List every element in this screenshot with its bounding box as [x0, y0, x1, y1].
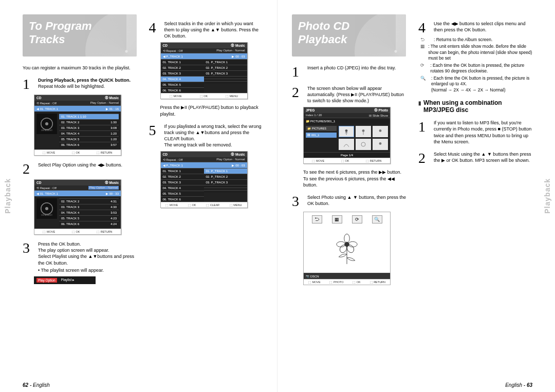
manual-spread: Playback To Program Tracks You can regis… [0, 0, 555, 392]
page-62: Playback To Program Tracks You can regis… [0, 0, 278, 392]
left-col-1: To Program Tracks You can register a max… [23, 14, 137, 377]
screenshot-cd-playoption: CD⦿ Music ⟲ Repeat : OffPlay Option : No… [34, 179, 121, 235]
r-step-3: 3 Select Photo using ▲ ▼ buttons, then p… [292, 194, 406, 209]
svg-text:DIGITAL AUDIO: DIGITAL AUDIO [41, 214, 52, 216]
right-col-1: Photo CD Playback 1 Insert a photo CD (J… [292, 14, 406, 377]
legend-return: ⮌: Returns to the Album screen. [420, 37, 532, 43]
svg-point-10 [379, 142, 382, 145]
section-title-program: To Program Tracks [23, 14, 137, 57]
intro-text: You can register a maximum 30 tracks in … [23, 65, 137, 71]
section-title-photo: Photo CD Playback [292, 14, 406, 57]
compact-disc-icon: DIGITAL AUDIO [36, 198, 57, 219]
svg-point-8 [379, 129, 382, 132]
side-tab-right: Playback [540, 0, 555, 392]
svg-point-7 [362, 129, 365, 132]
r-step-2: 2 The screen shown below will appear aut… [292, 85, 406, 104]
screenshot-photo-single: ⮌ ▦ ⟳ 🔍 [303, 212, 391, 285]
subhead-combo: When using a combination MP3/JPEG disc [418, 99, 532, 114]
rotate-icon: ⟳ [352, 215, 362, 223]
after-step4-text: Press the ▶II (PLAY/PAUSE) button to pla… [160, 104, 263, 117]
r-step-1: 1 Insert a photo CD (JPEG) into the disc… [292, 65, 406, 79]
svg-point-6 [345, 129, 348, 132]
legend-zoom: 🔍: Each time the OK button is pressed, t… [420, 76, 532, 93]
left-col-2: 4 Select tracks in the order in which yo… [149, 14, 263, 377]
step-5: 5 If you playlisted a wrong track, selec… [149, 123, 263, 148]
screenshot-photo-index: JPEG⦿ Photo Index 1 / 20⊞ Slide Show 📁 P… [303, 107, 391, 164]
page-footer-right: English - 63 [505, 382, 532, 388]
slideshow-icon: ▦ [332, 215, 342, 223]
page-63: Playback Photo CD Playback 1 Insert a ph… [278, 0, 555, 392]
svg-point-1 [45, 122, 48, 125]
r-step-4: 4 Use the ◀▶ buttons to select clips men… [418, 21, 532, 35]
page-footer-left: 62 - English [23, 382, 50, 388]
screenshot-playlist-clear: CD⦿ Music ⟲ Repeat : OffPlay Option : No… [160, 151, 248, 208]
side-tab-left: Playback [0, 0, 15, 392]
step-1: 1 During Playback, press the QUICK butto… [23, 77, 137, 91]
svg-point-12 [344, 234, 350, 243]
zoom-icon: 🔍 [372, 215, 382, 223]
step-4: 4 Select tracks in the order in which yo… [149, 21, 263, 39]
next-prev-text: To see the next 6 pictures, press the ▶▶… [303, 169, 406, 188]
svg-point-4 [45, 207, 48, 210]
combo-step-2: 2 Select Music using the ▲ ▼ buttons the… [418, 151, 532, 165]
flower-illustration [329, 232, 365, 268]
compact-disc-icon: DIGITAL AUDIO [36, 114, 57, 134]
screenshot-cd-repeat: CD⦿ Music ⟲ Repeat : OffPlay Option : No… [34, 95, 121, 156]
svg-text:DIGITAL AUDIO: DIGITAL AUDIO [41, 129, 52, 132]
legend-rotate: ⟳: Each time the OK button is pressed, t… [420, 63, 532, 74]
right-col-2: 4 Use the ◀▶ buttons to select clips men… [418, 14, 532, 377]
combo-step-1: 1 If you want to listen to MP3 files, bu… [418, 120, 532, 145]
step-2: 2 Select Play Option using the ◀▶ button… [23, 162, 137, 176]
legend-slideshow: ▦: The unit enters slide show mode. Befo… [420, 44, 532, 61]
step-3: 3 Press the OK button. The play option s… [23, 241, 137, 273]
return-icon: ⮌ [312, 215, 322, 223]
screenshot-playlist-build: CD⦿ Music ⟲ Repeat : OffPlay Option : No… [160, 42, 248, 99]
playlist-strip: Play OptionPlaylist ▸ [34, 276, 96, 284]
svg-point-9 [361, 142, 365, 146]
